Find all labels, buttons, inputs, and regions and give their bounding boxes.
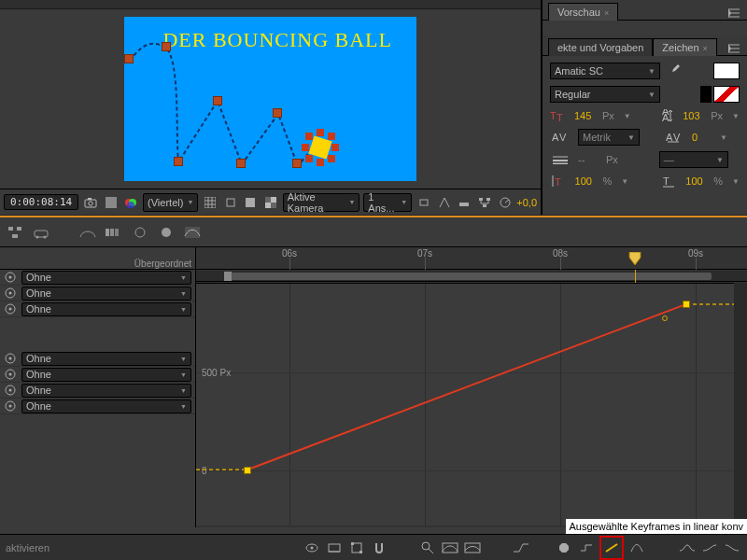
work-area-range[interactable] bbox=[226, 273, 712, 280]
active-camera-dropdown[interactable]: Aktive Kamera▼ bbox=[283, 193, 360, 212]
parent-dropdown[interactable]: Ohne▼ bbox=[21, 302, 191, 316]
separate-dimensions-icon[interactable] bbox=[512, 539, 530, 557]
pickwhip-icon[interactable] bbox=[4, 384, 17, 397]
snapshot-icon[interactable] bbox=[82, 193, 99, 212]
parent-row[interactable]: Ohne▼ bbox=[0, 383, 195, 399]
frame-blend-icon[interactable] bbox=[105, 223, 123, 242]
viewer-canvas-area[interactable]: DER BOUNCING BALL bbox=[0, 9, 541, 185]
parent-dropdown[interactable]: Ohne▼ bbox=[21, 368, 191, 382]
hscale-value[interactable]: 100 bbox=[685, 175, 704, 187]
fill-color-swatch[interactable] bbox=[713, 63, 740, 79]
graph-plot-area[interactable]: 500 Px 0 bbox=[196, 283, 747, 525]
view-layout-dropdown[interactable]: 1 Ans...▼ bbox=[363, 193, 412, 212]
work-area-bar[interactable] bbox=[196, 271, 747, 282]
parent-row[interactable]: Ohne▼ bbox=[0, 351, 195, 367]
show-transform-box-icon[interactable] bbox=[347, 539, 366, 557]
graph-options-icon[interactable] bbox=[325, 539, 344, 557]
ball-layer[interactable] bbox=[302, 129, 339, 166]
tracking-value[interactable]: 0 bbox=[692, 132, 711, 143]
stroke-width-value[interactable]: -- bbox=[578, 154, 597, 165]
snap-icon[interactable] bbox=[370, 539, 388, 557]
parent-row[interactable]: Ohne▼ bbox=[0, 301, 195, 317]
graph-editor-toggle[interactable] bbox=[183, 223, 202, 242]
convert-autobezier-icon[interactable] bbox=[627, 539, 646, 557]
shy-icon[interactable] bbox=[78, 223, 97, 242]
layer-text-bouncing-ball[interactable]: DER BOUNCING BALL bbox=[162, 28, 392, 52]
close-icon[interactable]: × bbox=[604, 8, 609, 18]
parent-dropdown[interactable]: Ohne▼ bbox=[21, 352, 191, 366]
keyframe-marker[interactable] bbox=[213, 96, 222, 105]
fit-all-icon[interactable] bbox=[463, 539, 482, 557]
convert-hold-icon[interactable] bbox=[577, 539, 596, 557]
render-queue-icon[interactable] bbox=[32, 223, 50, 242]
parent-dropdown[interactable]: Ohne▼ bbox=[21, 271, 191, 285]
font-family-dropdown[interactable]: Amatic SC▼ bbox=[550, 63, 660, 79]
motion-blur-toggle-icon[interactable] bbox=[131, 223, 149, 242]
comp-mini-flow-icon[interactable] bbox=[6, 223, 24, 242]
region-icon[interactable] bbox=[243, 193, 260, 212]
fit-graph-icon[interactable] bbox=[441, 539, 459, 557]
pickwhip-icon[interactable] bbox=[4, 302, 17, 315]
tab-preview[interactable]: Vorschau× bbox=[548, 3, 618, 21]
grid-icon[interactable] bbox=[202, 193, 218, 212]
brainstorm-icon[interactable] bbox=[157, 223, 176, 242]
work-area-start-handle[interactable] bbox=[224, 272, 232, 281]
pickwhip-icon[interactable] bbox=[4, 271, 17, 284]
kerning-dropdown[interactable]: Metrik▼ bbox=[578, 129, 640, 146]
composition-canvas[interactable]: DER BOUNCING BALL bbox=[124, 17, 416, 181]
font-style-dropdown[interactable]: Regular▼ bbox=[550, 86, 660, 103]
font-size-value[interactable]: 145 bbox=[574, 110, 593, 121]
color-mgmt-icon[interactable] bbox=[122, 193, 139, 212]
eyedropper-icon[interactable] bbox=[666, 62, 684, 80]
vscale-value[interactable]: 100 bbox=[575, 175, 594, 187]
graph-keyframe[interactable] bbox=[244, 467, 251, 474]
parent-dropdown[interactable]: Ohne▼ bbox=[21, 399, 191, 413]
zoom-tool-icon[interactable] bbox=[418, 539, 437, 557]
magnification-dropdown[interactable]: (Viertel)▼ bbox=[143, 193, 198, 212]
parent-row[interactable]: Ohne▼ bbox=[0, 286, 195, 301]
timeline-icon[interactable] bbox=[457, 193, 473, 212]
stroke-style-dropdown[interactable]: —▼ bbox=[659, 151, 728, 168]
graph-keyframe[interactable] bbox=[683, 301, 690, 308]
pickwhip-icon[interactable] bbox=[4, 368, 17, 381]
keyframe-marker[interactable] bbox=[174, 157, 183, 166]
panel-flyout-icon[interactable] bbox=[726, 42, 741, 55]
tab-character[interactable]: Zeichen× bbox=[653, 38, 716, 56]
graph-editor[interactable]: 06s 07s 08s 09s 500 Px 0 bbox=[196, 247, 747, 527]
eye-icon[interactable] bbox=[303, 539, 321, 557]
parent-row[interactable]: Ohne▼ bbox=[0, 270, 195, 286]
leading-value[interactable]: 103 bbox=[683, 110, 701, 121]
keyframe-marker[interactable] bbox=[292, 159, 302, 168]
bezier-tangent-handle[interactable] bbox=[662, 315, 668, 321]
keyframe-marker[interactable] bbox=[236, 159, 246, 168]
easy-ease-out-icon[interactable] bbox=[723, 539, 741, 557]
current-timecode[interactable]: 0:00:08:14 bbox=[4, 194, 78, 210]
comp-flowchart-icon[interactable] bbox=[476, 193, 493, 212]
keyframe-marker[interactable] bbox=[273, 108, 282, 118]
keyframe-marker[interactable] bbox=[124, 54, 134, 63]
parent-dropdown[interactable]: Ohne▼ bbox=[21, 384, 191, 398]
convert-linear-button[interactable] bbox=[599, 536, 624, 560]
close-icon[interactable]: × bbox=[703, 44, 708, 53]
pickwhip-icon[interactable] bbox=[4, 399, 17, 413]
exposure-value[interactable]: +0,0 bbox=[516, 197, 537, 208]
keyframe-marker[interactable] bbox=[162, 42, 171, 51]
transparency-grid-icon[interactable] bbox=[262, 193, 279, 212]
fast-preview-icon[interactable] bbox=[436, 193, 453, 212]
tab-effects-presets[interactable]: ekte und Vorgaben bbox=[548, 38, 653, 56]
pickwhip-icon[interactable] bbox=[4, 352, 17, 365]
parent-row[interactable]: Ohne▼ bbox=[0, 367, 195, 383]
no-stroke-swatch[interactable] bbox=[713, 86, 740, 103]
pixel-aspect-icon[interactable] bbox=[416, 193, 432, 212]
easy-ease-icon[interactable] bbox=[678, 539, 697, 557]
pickwhip-icon[interactable] bbox=[4, 287, 17, 300]
mask-toggle-icon[interactable] bbox=[222, 193, 239, 212]
current-time-indicator-head[interactable] bbox=[627, 252, 642, 266]
easy-ease-in-icon[interactable] bbox=[700, 539, 719, 557]
time-ruler[interactable]: 06s 07s 08s 09s bbox=[196, 247, 747, 270]
channels-icon[interactable] bbox=[103, 193, 120, 212]
stroke-color-black[interactable] bbox=[700, 86, 712, 103]
parent-row[interactable]: Ohne▼ bbox=[0, 399, 195, 414]
panel-flyout-icon[interactable] bbox=[726, 7, 741, 20]
graph-scrollbar-vertical[interactable] bbox=[734, 283, 747, 527]
